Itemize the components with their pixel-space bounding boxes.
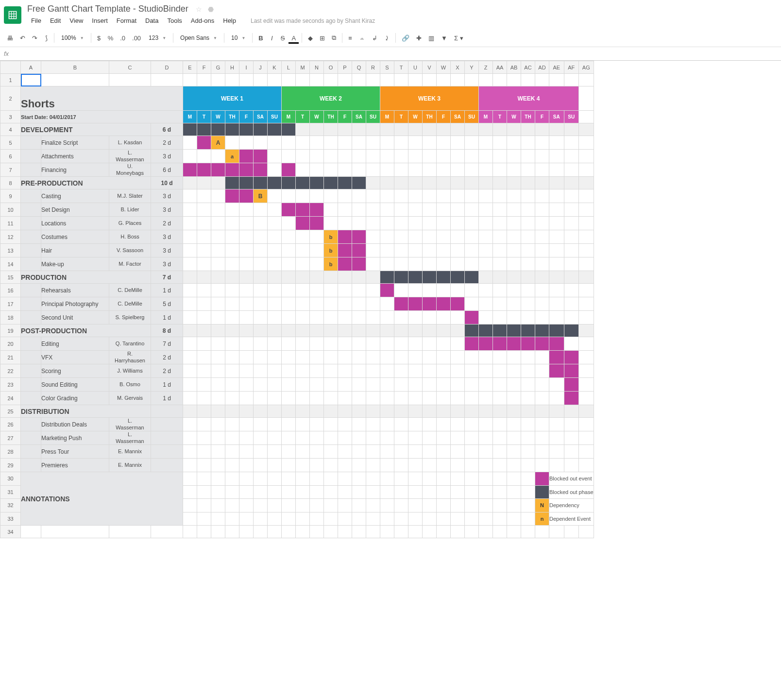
cell[interactable]	[338, 392, 352, 405]
cell[interactable]	[423, 445, 437, 459]
cell[interactable]	[338, 136, 352, 150]
gantt-bar-cell[interactable]	[408, 297, 423, 311]
col-header[interactable]: U	[408, 61, 423, 74]
task-name[interactable]: Make-up	[41, 257, 109, 271]
row-header[interactable]: 10	[0, 203, 21, 217]
cell[interactable]	[507, 472, 521, 486]
task-owner[interactable]: B. Lider	[109, 203, 151, 217]
cell[interactable]	[366, 337, 380, 351]
cell[interactable]	[423, 392, 437, 405]
cell[interactable]	[324, 485, 338, 499]
cell[interactable]	[268, 405, 282, 418]
cell[interactable]	[408, 136, 423, 150]
cell[interactable]	[254, 405, 268, 418]
cell[interactable]	[451, 485, 465, 499]
cell[interactable]	[521, 431, 535, 445]
cell[interactable]	[394, 150, 408, 163]
cell[interactable]	[535, 364, 549, 378]
task-duration[interactable]	[151, 445, 183, 459]
menu-insert[interactable]: Insert	[88, 15, 112, 26]
gantt-bar-cell[interactable]	[535, 337, 549, 351]
cell[interactable]	[366, 230, 380, 244]
cell[interactable]	[225, 257, 239, 271]
cell[interactable]	[579, 337, 594, 351]
phase-bar-cell[interactable]	[268, 123, 282, 136]
cell[interactable]	[493, 230, 507, 244]
cell[interactable]	[549, 445, 564, 459]
cell[interactable]	[549, 74, 564, 86]
row-header[interactable]: 34	[0, 526, 21, 538]
cell[interactable]	[549, 284, 564, 297]
cell[interactable]	[352, 189, 366, 203]
cell[interactable]	[521, 244, 535, 257]
cell[interactable]	[423, 150, 437, 163]
col-header[interactable]: K	[268, 61, 282, 74]
cell[interactable]	[465, 472, 479, 486]
cell[interactable]	[366, 351, 380, 364]
cell[interactable]	[437, 244, 451, 257]
task-duration[interactable]	[151, 459, 183, 472]
cell[interactable]	[254, 297, 268, 311]
cell[interactable]	[564, 337, 579, 351]
cell[interactable]	[465, 485, 479, 499]
v-align-icon[interactable]: ⫠	[356, 33, 368, 44]
cell[interactable]	[479, 418, 493, 431]
cell[interactable]	[451, 136, 465, 150]
cell[interactable]	[423, 499, 437, 512]
cell[interactable]	[579, 163, 594, 177]
cell[interactable]	[579, 526, 594, 538]
cell[interactable]	[211, 311, 225, 324]
cell[interactable]	[211, 364, 225, 378]
cell[interactable]	[254, 378, 268, 392]
cell[interactable]	[254, 324, 268, 337]
cell[interactable]	[366, 163, 380, 177]
cell[interactable]	[324, 311, 338, 324]
cell[interactable]	[310, 351, 324, 364]
cell[interactable]	[197, 271, 211, 284]
week-header[interactable]: WEEK 2	[282, 86, 380, 111]
cell[interactable]	[211, 230, 225, 244]
cell[interactable]	[521, 512, 535, 526]
phase-name[interactable]: PRE-PRODUCTION	[21, 177, 151, 189]
cell[interactable]	[239, 499, 254, 512]
day-header[interactable]: T	[296, 111, 310, 123]
cell[interactable]	[211, 189, 225, 203]
day-header[interactable]: T	[197, 111, 211, 123]
task-owner[interactable]: H. Boss	[109, 230, 151, 244]
cell[interactable]	[521, 150, 535, 163]
cell[interactable]	[225, 378, 239, 392]
cell[interactable]	[338, 150, 352, 163]
col-header[interactable]: M	[296, 61, 310, 74]
cell[interactable]	[507, 189, 521, 203]
cell[interactable]	[239, 364, 254, 378]
cell[interactable]	[21, 244, 41, 257]
gantt-bar-cell[interactable]	[564, 378, 579, 392]
phase-bar-cell[interactable]	[423, 271, 437, 284]
cell[interactable]	[408, 418, 423, 431]
move-to-folder-icon[interactable]: ⬣	[208, 5, 214, 13]
cell[interactable]	[479, 271, 493, 284]
task-duration[interactable]: 6 d	[151, 163, 183, 177]
cell[interactable]	[282, 512, 296, 526]
gantt-bar-cell[interactable]	[549, 337, 564, 351]
cell[interactable]	[310, 163, 324, 177]
gantt-bar-cell[interactable]	[564, 351, 579, 364]
cell[interactable]	[549, 203, 564, 217]
cell[interactable]	[549, 163, 564, 177]
cell[interactable]	[296, 324, 310, 337]
cell[interactable]	[507, 123, 521, 136]
day-header[interactable]: T	[493, 111, 507, 123]
cell[interactable]	[338, 351, 352, 364]
cell[interactable]	[366, 297, 380, 311]
cell[interactable]	[310, 297, 324, 311]
cell[interactable]	[239, 257, 254, 271]
cell[interactable]	[239, 74, 254, 86]
dependent-marker[interactable]: b	[324, 230, 338, 244]
cell[interactable]	[380, 337, 394, 351]
cell[interactable]	[507, 378, 521, 392]
phase-bar-cell[interactable]	[465, 324, 479, 337]
cell[interactable]	[366, 324, 380, 337]
cell[interactable]	[239, 526, 254, 538]
cell[interactable]	[225, 431, 239, 445]
cell[interactable]	[21, 445, 41, 459]
